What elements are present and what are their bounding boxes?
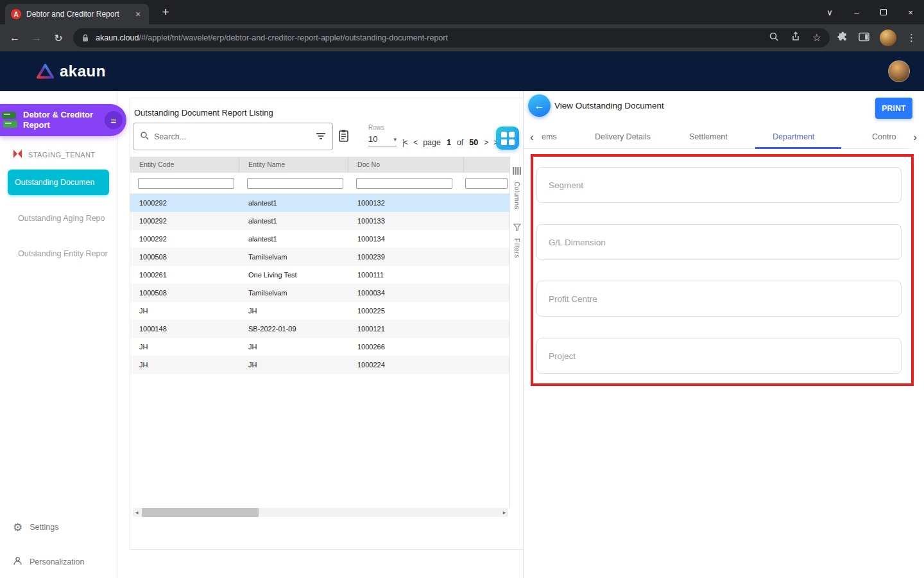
- filter-entity-name-input[interactable]: [247, 178, 343, 189]
- sidebar: Debtor & Creditor Report ≡ STAGING_TENAN…: [0, 91, 117, 578]
- omnibox-actions: ☆: [769, 31, 821, 44]
- current-page[interactable]: 1: [447, 138, 451, 147]
- sidebar-item-label: Outstanding Entity Repor: [18, 249, 108, 258]
- gl-dimension-field[interactable]: G/L Dimension: [536, 224, 902, 260]
- table-row[interactable]: 1000148 SB-2022-01-09 1000121: [130, 320, 509, 338]
- tab-list-chevron-icon[interactable]: ∨: [816, 0, 843, 24]
- cell-entity-name: One Living Test: [239, 266, 348, 284]
- sidebar-item-outstanding-entity[interactable]: Outstanding Entity Repor: [18, 249, 108, 258]
- sidebar-item-outstanding-aging[interactable]: Outstanding Aging Repo: [18, 214, 105, 223]
- module-title-line2: Report: [23, 120, 50, 130]
- cell-doc-no: 1000266: [348, 338, 464, 356]
- print-button[interactable]: PRINT: [875, 98, 912, 119]
- sidebar-collapse-button[interactable]: ≡: [105, 111, 123, 129]
- tab-items[interactable]: ems: [542, 125, 557, 149]
- filters-tool[interactable]: Filters: [510, 222, 524, 258]
- table-row[interactable]: JH JH 1000225: [130, 302, 509, 320]
- cell-entity-name: alantest1: [239, 194, 348, 212]
- next-page-button[interactable]: >: [484, 138, 488, 147]
- browser-menu-icon[interactable]: ⋮: [907, 32, 916, 44]
- rows-per-page-select[interactable]: 10 ▾: [368, 134, 397, 146]
- table-row[interactable]: 1000508 Tamilselvam 1000239: [130, 248, 509, 266]
- filter-entity-code-input[interactable]: [138, 178, 234, 189]
- table-row[interactable]: 1000261 One Living Test 1000111: [130, 266, 509, 284]
- page-label: page: [423, 138, 441, 147]
- new-tab-button[interactable]: +: [158, 4, 173, 20]
- active-tab-underline: [755, 147, 841, 149]
- column-header-entity-name[interactable]: Entity Name: [239, 157, 348, 173]
- window-close-button[interactable]: ×: [897, 0, 924, 24]
- url-host: akaun.cloud: [96, 33, 139, 42]
- filters-label: Filters: [513, 238, 520, 258]
- tab-settlement[interactable]: Settlement: [689, 125, 728, 149]
- zoom-icon[interactable]: [769, 31, 779, 44]
- tabs-scroll-left-icon[interactable]: ‹: [530, 125, 534, 149]
- tab-close-icon[interactable]: ×: [133, 9, 143, 19]
- gear-icon: ⚙: [13, 522, 22, 533]
- segment-placeholder: Segment: [549, 180, 583, 190]
- rows-per-page-value: 10: [368, 134, 377, 144]
- address-bar[interactable]: akaun.cloud /#/applet/tnt/wavelet/erp/de…: [73, 28, 830, 48]
- table-row[interactable]: JH JH 1000224: [130, 356, 509, 374]
- cell-doc-no: 1000121: [348, 320, 464, 338]
- minimize-button[interactable]: –: [843, 0, 870, 24]
- grid-view-button[interactable]: [496, 127, 519, 150]
- column-header-doc-no[interactable]: Doc No: [348, 157, 464, 173]
- horizontal-scrollbar[interactable]: ◀ ▶: [133, 508, 508, 517]
- sidebar-item-settings[interactable]: ⚙ Settings: [13, 520, 58, 534]
- share-icon[interactable]: [791, 31, 801, 44]
- of-label: of: [457, 138, 463, 147]
- maximize-icon: [880, 9, 887, 15]
- table-row[interactable]: 1000292 alantest1 1000134: [130, 230, 509, 248]
- scroll-right-icon[interactable]: ▶: [501, 508, 508, 517]
- sidebar-item-outstanding-document[interactable]: Outstanding Documen: [8, 170, 109, 195]
- profit-centre-field[interactable]: Profit Centre: [536, 281, 902, 317]
- table-row[interactable]: JH JH 1000266: [130, 338, 509, 356]
- table-row[interactable]: 1000508 Tamilselvam 1000034: [130, 284, 509, 302]
- extensions-puzzle-icon[interactable]: [837, 31, 848, 45]
- filter-list-icon[interactable]: [316, 131, 326, 143]
- cell-doc-no: 1000225: [348, 302, 464, 320]
- refresh-icon[interactable]: ↻: [51, 32, 65, 44]
- total-pages: 50: [469, 138, 478, 147]
- bookmark-star-icon[interactable]: ☆: [812, 33, 821, 43]
- table-row[interactable]: 1000292 alantest1 1000133: [130, 212, 509, 230]
- filter-extra-input[interactable]: [465, 178, 508, 189]
- tab-delivery-details[interactable]: Delivery Details: [595, 125, 651, 149]
- table-filter-row: [130, 173, 509, 194]
- project-field[interactable]: Project: [536, 338, 902, 374]
- table-side-tools: Columns Filters: [509, 157, 524, 508]
- segment-field[interactable]: Segment: [536, 167, 902, 203]
- scrollbar-thumb[interactable]: [142, 508, 259, 517]
- maximize-button[interactable]: [870, 0, 897, 24]
- copy-listing-icon[interactable]: [338, 129, 352, 144]
- back-button[interactable]: ←: [528, 94, 551, 117]
- back-icon[interactable]: ←: [8, 32, 22, 44]
- tab-department[interactable]: Department: [773, 125, 814, 149]
- tabs-scroll-right-icon[interactable]: ›: [905, 125, 924, 149]
- search-input[interactable]: [154, 132, 311, 141]
- lock-icon[interactable]: [81, 34, 89, 42]
- first-page-button[interactable]: |<: [402, 138, 407, 147]
- akaun-logo[interactable]: akaun: [37, 62, 106, 80]
- side-panel-icon[interactable]: [859, 32, 869, 44]
- scroll-left-icon[interactable]: ◀: [133, 508, 141, 517]
- akaun-logo-icon: [37, 64, 54, 79]
- sidebar-item-personalization[interactable]: Personalization: [13, 555, 84, 569]
- detail-tabs: ‹ ems Delivery Details Settlement Depart…: [524, 125, 924, 149]
- user-avatar[interactable]: [888, 60, 910, 82]
- tab-control[interactable]: Contro: [872, 125, 896, 149]
- columns-tool[interactable]: Columns: [510, 166, 524, 209]
- table-row[interactable]: 1000292 alantest1 1000132: [130, 194, 509, 212]
- browser-tab[interactable]: A Debtor and Creditor Report ×: [5, 4, 149, 24]
- forward-icon[interactable]: →: [30, 32, 44, 44]
- filter-doc-no-input[interactable]: [356, 178, 452, 189]
- browser-profile-avatar[interactable]: [880, 30, 896, 46]
- tenant-selector[interactable]: STAGING_TENANT: [13, 148, 95, 162]
- rows-per-page: Rows 10 ▾: [368, 124, 397, 146]
- column-header-entity-code[interactable]: Entity Code: [130, 157, 239, 173]
- module-chip[interactable]: Debtor & Creditor Report ≡: [0, 104, 126, 136]
- profit-centre-placeholder: Profit Centre: [549, 294, 597, 304]
- prev-page-button[interactable]: <: [413, 138, 417, 147]
- sidebar-item-label: Outstanding Aging Repo: [18, 214, 105, 223]
